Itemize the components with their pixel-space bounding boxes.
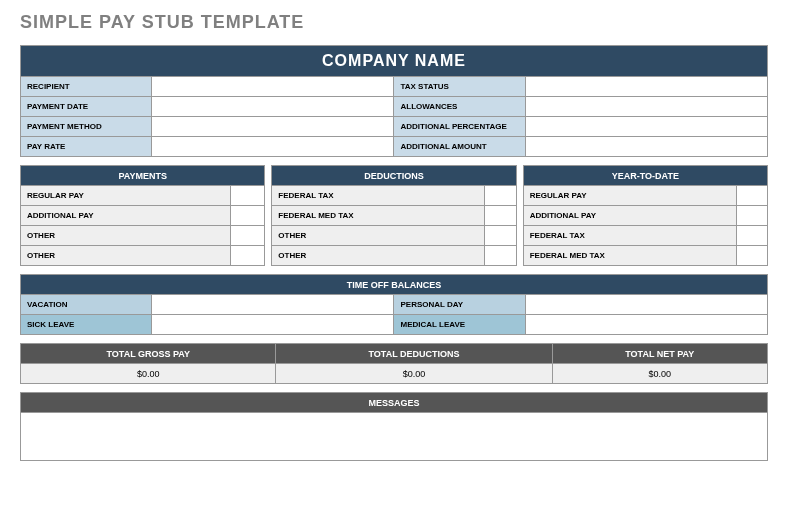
timeoff-value-medical-leave[interactable] xyxy=(525,315,767,335)
deductions-row-value[interactable] xyxy=(485,206,516,226)
totals-net-value: $0.00 xyxy=(552,364,767,384)
payments-row-label: REGULAR PAY xyxy=(21,186,231,206)
info-value-additional-amount[interactable] xyxy=(525,137,767,157)
payments-row-value[interactable] xyxy=(231,206,265,226)
timeoff-value-personal-day[interactable] xyxy=(525,295,767,315)
payments-row-label: OTHER xyxy=(21,246,231,266)
ytd-row-value[interactable] xyxy=(736,206,767,226)
page-title: SIMPLE PAY STUB TEMPLATE xyxy=(20,12,768,33)
timeoff-label-sick-leave: SICK LEAVE xyxy=(21,315,152,335)
timeoff-header: TIME OFF BALANCES xyxy=(21,275,768,295)
deductions-header: DEDUCTIONS xyxy=(272,166,516,186)
payments-row-label: ADDITIONAL PAY xyxy=(21,206,231,226)
ytd-row-label: FEDERAL MED TAX xyxy=(523,246,736,266)
timeoff-table: TIME OFF BALANCES VACATION PERSONAL DAY … xyxy=(20,274,768,335)
payments-row-value[interactable] xyxy=(231,226,265,246)
messages-table: MESSAGES xyxy=(20,392,768,461)
info-value-payment-method[interactable] xyxy=(152,117,394,137)
messages-body[interactable] xyxy=(21,413,768,461)
info-value-additional-percentage[interactable] xyxy=(525,117,767,137)
totals-gross-value: $0.00 xyxy=(21,364,276,384)
info-label-payment-date: PAYMENT DATE xyxy=(21,97,152,117)
deductions-row-value[interactable] xyxy=(485,246,516,266)
ytd-row-value[interactable] xyxy=(736,186,767,206)
info-value-recipient[interactable] xyxy=(152,77,394,97)
info-label-additional-percentage: ADDITIONAL PERCENTAGE xyxy=(394,117,525,137)
totals-table: TOTAL GROSS PAY TOTAL DEDUCTIONS TOTAL N… xyxy=(20,343,768,384)
payments-row-value[interactable] xyxy=(231,186,265,206)
deductions-row-value[interactable] xyxy=(485,186,516,206)
payments-row-label: OTHER xyxy=(21,226,231,246)
totals-net-header: TOTAL NET PAY xyxy=(552,344,767,364)
payments-table: PAYMENTS REGULAR PAY ADDITIONAL PAY OTHE… xyxy=(20,165,265,266)
messages-header: MESSAGES xyxy=(21,393,768,413)
info-label-payment-method: PAYMENT METHOD xyxy=(21,117,152,137)
deductions-row-label: OTHER xyxy=(272,246,485,266)
ytd-header: YEAR-TO-DATE xyxy=(523,166,767,186)
info-label-allowances: ALLOWANCES xyxy=(394,97,525,117)
deductions-row-label: FEDERAL MED TAX xyxy=(272,206,485,226)
timeoff-label-medical-leave: MEDICAL LEAVE xyxy=(394,315,525,335)
info-value-pay-rate[interactable] xyxy=(152,137,394,157)
ytd-row-label: ADDITIONAL PAY xyxy=(523,206,736,226)
ytd-row-value[interactable] xyxy=(736,246,767,266)
info-label-additional-amount: ADDITIONAL AMOUNT xyxy=(394,137,525,157)
info-label-tax-status: TAX STATUS xyxy=(394,77,525,97)
info-value-tax-status[interactable] xyxy=(525,77,767,97)
deductions-row-label: FEDERAL TAX xyxy=(272,186,485,206)
timeoff-label-vacation: VACATION xyxy=(21,295,152,315)
ytd-row-label: FEDERAL TAX xyxy=(523,226,736,246)
timeoff-label-personal-day: PERSONAL DAY xyxy=(394,295,525,315)
totals-deductions-value: $0.00 xyxy=(276,364,552,384)
ytd-row-label: REGULAR PAY xyxy=(523,186,736,206)
payments-header: PAYMENTS xyxy=(21,166,265,186)
deductions-row-value[interactable] xyxy=(485,226,516,246)
payments-row-value[interactable] xyxy=(231,246,265,266)
deductions-table: DEDUCTIONS FEDERAL TAX FEDERAL MED TAX O… xyxy=(271,165,516,266)
timeoff-value-vacation[interactable] xyxy=(152,295,394,315)
deductions-row-label: OTHER xyxy=(272,226,485,246)
info-label-pay-rate: PAY RATE xyxy=(21,137,152,157)
info-table: COMPANY NAME RECIPIENT TAX STATUS PAYMEN… xyxy=(20,45,768,157)
company-name-header: COMPANY NAME xyxy=(21,46,768,77)
ytd-table: YEAR-TO-DATE REGULAR PAY ADDITIONAL PAY … xyxy=(523,165,768,266)
info-value-allowances[interactable] xyxy=(525,97,767,117)
three-column-section: PAYMENTS REGULAR PAY ADDITIONAL PAY OTHE… xyxy=(20,165,768,266)
totals-deductions-header: TOTAL DEDUCTIONS xyxy=(276,344,552,364)
info-label-recipient: RECIPIENT xyxy=(21,77,152,97)
info-value-payment-date[interactable] xyxy=(152,97,394,117)
timeoff-value-sick-leave[interactable] xyxy=(152,315,394,335)
ytd-row-value[interactable] xyxy=(736,226,767,246)
totals-gross-header: TOTAL GROSS PAY xyxy=(21,344,276,364)
